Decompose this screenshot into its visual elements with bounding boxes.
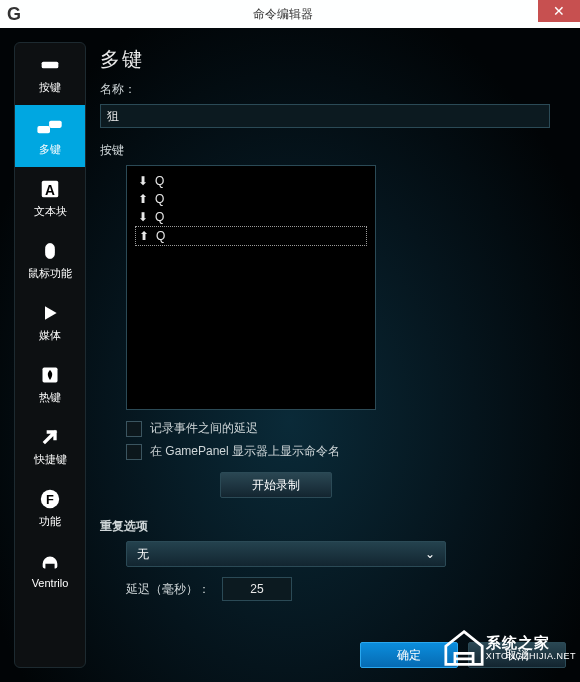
function-icon: F: [37, 488, 63, 510]
sidebar-item-hotkey[interactable]: 热键: [15, 353, 85, 415]
sidebar-item-ventrilo[interactable]: Ventrilo: [15, 539, 85, 601]
multikey-icon: [37, 116, 63, 138]
sidebar-item-label: Ventrilo: [32, 577, 69, 589]
name-label: 名称：: [100, 81, 566, 98]
record-delay-checkbox-row[interactable]: 记录事件之间的延迟: [126, 420, 566, 437]
watermark-line2: XITONGZHIJIA.NET: [486, 651, 576, 661]
watermark: 系统之家 XITONGZHIJIA.NET: [442, 628, 576, 668]
app-window: G 命令编辑器 ✕ 按键 多键 A: [0, 0, 580, 682]
sidebar-item-keys[interactable]: 按键: [15, 43, 85, 105]
flame-icon: [37, 364, 63, 386]
svg-text:A: A: [45, 182, 55, 197]
sidebar-item-media[interactable]: 媒体: [15, 291, 85, 353]
logitech-g-logo-icon: G: [0, 0, 28, 28]
key-row[interactable]: ⬆ Q: [135, 190, 367, 208]
key-name: Q: [155, 174, 164, 188]
watermark-line1: 系统之家: [486, 634, 576, 651]
window-body: 按键 多键 A 文本块 鼠标功能: [0, 28, 580, 682]
record-delay-label: 记录事件之间的延迟: [150, 420, 258, 437]
key-row[interactable]: ⬇ Q: [135, 172, 367, 190]
sidebar-item-label: 按键: [39, 80, 61, 95]
window-title: 命令编辑器: [28, 6, 538, 23]
key-row[interactable]: ⬇ Q: [135, 208, 367, 226]
checkbox-icon[interactable]: [126, 421, 142, 437]
sidebar-item-shortcut[interactable]: 快捷键: [15, 415, 85, 477]
delay-input[interactable]: [222, 577, 292, 601]
sidebar-item-label: 鼠标功能: [28, 266, 72, 281]
headset-icon: [37, 551, 63, 573]
sidebar-item-mouse[interactable]: 鼠标功能: [15, 229, 85, 291]
key-sequence-list[interactable]: ⬇ Q ⬆ Q ⬇ Q ⬆ Q: [126, 165, 376, 410]
name-input[interactable]: [100, 104, 550, 128]
keys-section-label: 按键: [100, 142, 566, 159]
sidebar-item-function[interactable]: F 功能: [15, 477, 85, 539]
sidebar-item-multikey[interactable]: 多键: [15, 105, 85, 167]
sidebar-item-label: 媒体: [39, 328, 61, 343]
arrow-up-icon: ⬆: [135, 192, 151, 206]
sidebar-item-label: 热键: [39, 390, 61, 405]
sidebar-item-label: 功能: [39, 514, 61, 529]
key-row[interactable]: ⬆ Q: [135, 226, 367, 246]
delay-row: 延迟（毫秒）：: [126, 577, 566, 601]
page-heading: 多键: [100, 46, 566, 73]
close-icon: ✕: [553, 3, 565, 19]
play-icon: [37, 302, 63, 324]
svg-text:F: F: [46, 491, 54, 506]
keycap-icon: [37, 54, 63, 76]
repeat-value: 无: [137, 546, 149, 563]
chevron-down-icon: ⌄: [425, 547, 435, 561]
arrow-down-icon: ⬇: [135, 174, 151, 188]
sidebar-item-label: 文本块: [34, 204, 67, 219]
watermark-house-icon: [442, 628, 486, 668]
start-record-button[interactable]: 开始录制: [220, 472, 332, 498]
repeat-section-label: 重复选项: [100, 518, 566, 535]
repeat-dropdown[interactable]: 无 ⌄: [126, 541, 446, 567]
sidebar-item-textblock[interactable]: A 文本块: [15, 167, 85, 229]
arrow-ne-icon: [37, 426, 63, 448]
gamepanel-label: 在 GamePanel 显示器上显示命令名: [150, 443, 340, 460]
titlebar: G 命令编辑器 ✕: [0, 0, 580, 29]
close-button[interactable]: ✕: [538, 0, 580, 22]
arrow-up-icon: ⬆: [136, 229, 152, 243]
delay-label: 延迟（毫秒）：: [126, 581, 210, 598]
sidebar-item-label: 多键: [39, 142, 61, 157]
mouse-icon: [37, 240, 63, 262]
sidebar-item-label: 快捷键: [34, 452, 67, 467]
key-name: Q: [155, 210, 164, 224]
key-name: Q: [156, 229, 165, 243]
sidebar: 按键 多键 A 文本块 鼠标功能: [14, 42, 86, 668]
main-panel: 多键 名称： 按键 ⬇ Q ⬆ Q ⬇ Q ⬆ Q: [100, 46, 566, 668]
arrow-down-icon: ⬇: [135, 210, 151, 224]
text-a-icon: A: [37, 178, 63, 200]
key-name: Q: [155, 192, 164, 206]
checkbox-icon[interactable]: [126, 444, 142, 460]
gamepanel-checkbox-row[interactable]: 在 GamePanel 显示器上显示命令名: [126, 443, 566, 460]
